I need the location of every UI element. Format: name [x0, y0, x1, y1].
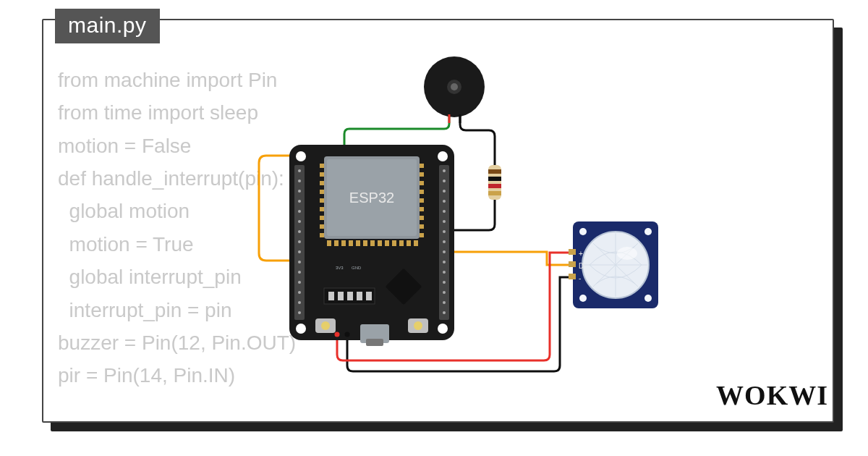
file-tab-label: main.py	[68, 13, 147, 37]
brand-logo: WOKWI	[716, 379, 828, 411]
code-listing: from machine import Pin from time import…	[58, 64, 296, 392]
file-tab[interactable]: main.py	[55, 9, 160, 43]
